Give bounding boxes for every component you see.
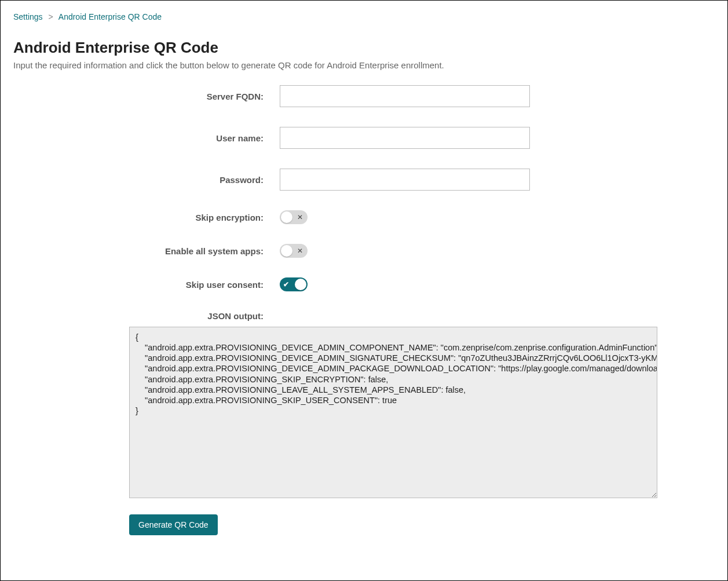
password-label: Password: [13, 175, 280, 185]
skip-encryption-label: Skip encryption: [13, 213, 280, 222]
password-input[interactable] [280, 169, 530, 191]
toggle-knob [281, 245, 292, 257]
breadcrumb-current: Android Enterprise QR Code [58, 12, 162, 21]
generate-qr-code-button[interactable]: Generate QR Code [129, 514, 218, 535]
breadcrumb-separator: > [48, 12, 53, 21]
server-fqdn-input[interactable] [280, 85, 530, 107]
toggle-knob [295, 279, 306, 290]
json-output-label: JSON output: [13, 311, 280, 321]
breadcrumb-settings-link[interactable]: Settings [13, 12, 43, 21]
check-icon: ✔ [283, 281, 289, 288]
page-subtitle: Input the required information and click… [13, 60, 715, 70]
page-title: Android Enterprise QR Code [13, 39, 715, 57]
server-fqdn-label: Server FQDN: [13, 92, 280, 101]
user-name-label: User name: [13, 133, 280, 143]
enable-all-system-apps-toggle[interactable]: ✕ [280, 244, 308, 258]
skip-user-consent-label: Skip user consent: [13, 280, 280, 290]
skip-user-consent-toggle[interactable]: ✔ [280, 277, 308, 291]
skip-encryption-toggle[interactable]: ✕ [280, 210, 308, 224]
breadcrumb: Settings > Android Enterprise QR Code [13, 12, 715, 21]
x-icon: ✕ [297, 247, 303, 254]
x-icon: ✕ [297, 214, 303, 221]
enable-all-system-apps-label: Enable all system apps: [13, 246, 280, 256]
user-name-input[interactable] [280, 127, 530, 149]
json-output-textarea[interactable] [129, 327, 657, 498]
toggle-knob [281, 211, 292, 223]
